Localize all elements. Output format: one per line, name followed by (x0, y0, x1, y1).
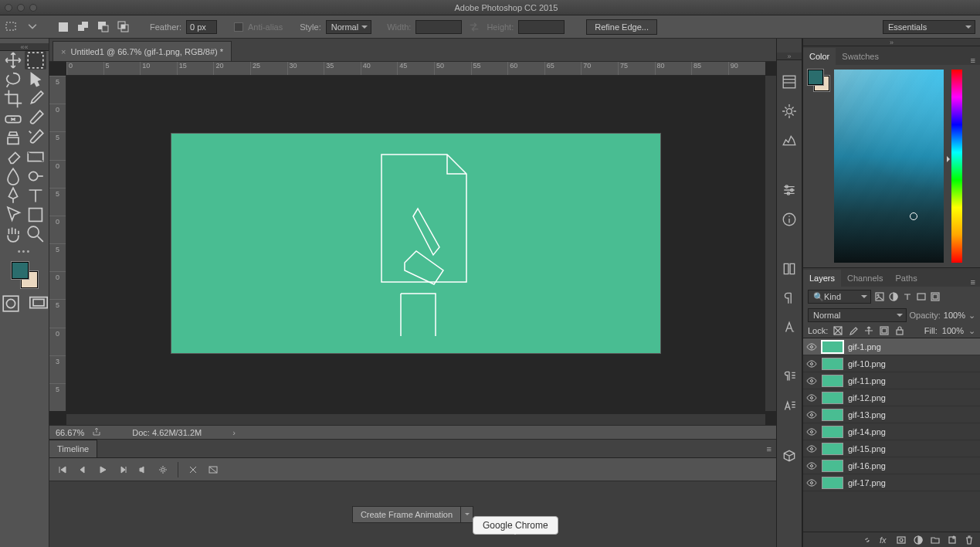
crop-tool[interactable] (2, 90, 24, 108)
color-panel-menu-icon[interactable]: ≡ (971, 56, 975, 65)
create-frame-animation[interactable]: Create Frame Animation (352, 506, 473, 523)
visibility-icon[interactable] (806, 392, 817, 403)
fill-value[interactable]: 100% (942, 326, 964, 335)
play-icon[interactable] (97, 464, 108, 475)
marquee-tool[interactable] (25, 51, 46, 70)
share-icon[interactable] (92, 427, 101, 438)
layer-name[interactable]: gif-10.png (848, 359, 886, 369)
visibility-icon[interactable] (806, 460, 817, 471)
filter-type-icon[interactable] (902, 291, 913, 302)
first-frame-icon[interactable] (57, 464, 68, 475)
layers-tab[interactable]: Layers (803, 270, 841, 287)
document-canvas[interactable] (171, 134, 660, 353)
layer-thumbnail[interactable] (822, 392, 843, 404)
layer-thumbnail[interactable] (822, 443, 843, 455)
layer-name[interactable]: gif-12.png (848, 393, 886, 403)
type-tool[interactable] (25, 186, 46, 205)
layer-list[interactable]: gif-1.pnggif-10.pnggif-11.pnggif-12.pngg… (803, 338, 980, 532)
layer-style-icon[interactable]: fx (880, 535, 889, 545)
maximize-window-icon[interactable] (29, 4, 37, 12)
character-styles-icon[interactable] (782, 399, 797, 414)
layer-name[interactable]: gif-1.png (848, 342, 881, 352)
adjustments-panel-icon[interactable] (782, 182, 797, 198)
healing-brush-tool[interactable] (2, 109, 24, 127)
lock-all-icon[interactable] (894, 325, 905, 336)
paragraph-styles-icon[interactable] (782, 369, 797, 385)
dodge-tool[interactable] (25, 167, 46, 185)
vertical-scrollbar[interactable] (765, 76, 776, 411)
opacity-value[interactable]: 100% (944, 311, 965, 320)
shape-tool[interactable] (25, 206, 46, 224)
feather-input[interactable] (186, 20, 217, 34)
ruler-horizontal[interactable]: 051015202530354045505560657075808590 (66, 62, 765, 76)
intersect-selection-icon[interactable] (116, 21, 131, 33)
color-mini-swatches[interactable] (808, 70, 829, 91)
layer-thumbnail[interactable] (822, 341, 843, 353)
more-tools-icon[interactable]: ••• (18, 246, 32, 256)
ruler-vertical[interactable]: 505050505035 (49, 76, 66, 411)
hue-slider[interactable] (951, 70, 962, 263)
screen-mode-icon[interactable] (28, 294, 49, 313)
visibility-icon[interactable] (806, 477, 817, 488)
visibility-icon[interactable] (806, 409, 817, 420)
timeline-settings-icon[interactable] (158, 464, 168, 475)
layer-row[interactable]: gif-15.png (803, 440, 980, 457)
layer-mask-icon[interactable] (897, 535, 906, 545)
layer-thumbnail[interactable] (822, 358, 843, 370)
layer-name[interactable]: gif-17.png (848, 478, 886, 488)
fill-chevron-icon[interactable]: ⌄ (968, 326, 975, 336)
iconcol-collapse[interactable]: » (777, 53, 802, 60)
layer-name[interactable]: gif-13.png (848, 410, 886, 420)
history-brush-tool[interactable] (25, 128, 46, 147)
add-selection-icon[interactable] (76, 21, 91, 33)
layer-row[interactable]: gif-17.png (803, 474, 980, 491)
chevron-down-icon[interactable] (25, 21, 40, 33)
new-selection-icon[interactable] (56, 21, 71, 33)
hand-tool[interactable] (2, 225, 24, 243)
swatches-tab[interactable]: Swatches (836, 48, 885, 65)
next-frame-icon[interactable] (117, 464, 128, 475)
zoom-tool[interactable] (25, 225, 46, 243)
canvas[interactable] (66, 76, 765, 411)
quick-mask-icon[interactable] (0, 294, 22, 313)
path-select-tool[interactable] (2, 206, 24, 224)
create-animation-dropdown-icon[interactable] (461, 506, 473, 523)
close-window-icon[interactable] (5, 4, 12, 12)
3d-panel-icon[interactable] (782, 448, 797, 464)
document-tab[interactable]: × Untitled1 @ 66.7% (gif-1.png, RGB/8#) … (53, 41, 232, 61)
layer-row[interactable]: gif-16.png (803, 457, 980, 474)
transition-icon[interactable] (208, 464, 219, 475)
delete-layer-icon[interactable] (965, 535, 974, 545)
fg-color-chip[interactable] (808, 70, 823, 85)
history-panel-icon[interactable] (782, 74, 797, 90)
layers-panel-menu-icon[interactable]: ≡ (971, 277, 975, 287)
group-icon[interactable] (931, 535, 940, 545)
layer-row[interactable]: gif-14.png (803, 423, 980, 440)
gradient-tool[interactable] (25, 148, 46, 166)
link-layers-icon[interactable] (863, 535, 872, 545)
layer-row[interactable]: gif-11.png (803, 372, 980, 389)
status-more-icon[interactable]: › (232, 428, 236, 437)
paragraph-panel-icon[interactable] (782, 290, 797, 306)
layer-name[interactable]: gif-16.png (848, 461, 886, 471)
move-tool[interactable] (2, 51, 24, 70)
filter-shape-icon[interactable] (916, 291, 927, 302)
horizontal-scrollbar[interactable] (66, 414, 765, 425)
prev-frame-icon[interactable] (77, 464, 88, 475)
color-field[interactable] (834, 70, 944, 263)
timeline-menu-icon[interactable]: ≡ (767, 444, 771, 454)
workspace-select[interactable]: Essentials (883, 20, 975, 34)
eyedropper-tool[interactable] (25, 90, 46, 108)
subtract-selection-icon[interactable] (96, 21, 111, 33)
info-panel-icon[interactable] (782, 212, 797, 227)
layer-thumbnail[interactable] (822, 477, 843, 489)
zoom-level[interactable]: 66.67% (56, 428, 84, 437)
lasso-tool[interactable] (2, 70, 24, 89)
visibility-icon[interactable] (806, 375, 817, 386)
layer-row[interactable]: gif-10.png (803, 355, 980, 372)
layer-row[interactable]: gif-1.png (803, 338, 980, 355)
filter-smart-icon[interactable] (930, 291, 941, 302)
layer-filter-kind[interactable]: 🔍Kind (808, 290, 871, 304)
lock-artboard-icon[interactable] (879, 325, 890, 336)
layer-row[interactable]: gif-12.png (803, 389, 980, 406)
